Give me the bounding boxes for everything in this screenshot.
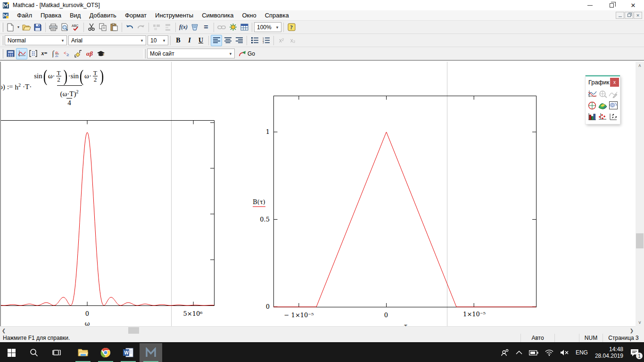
- toolbar-grip[interactable]: [1, 49, 3, 58]
- help-button[interactable]: ?: [286, 22, 297, 33]
- surface-plot-button[interactable]: [597, 100, 608, 110]
- start-button[interactable]: [0, 343, 23, 362]
- menu-insert[interactable]: Добавить: [85, 10, 120, 21]
- insert-unit-button[interactable]: [189, 22, 200, 33]
- vertical-scrollbar[interactable]: ˄ ˅: [636, 62, 644, 326]
- resource-select[interactable]: Мой сайт ▾: [147, 49, 235, 58]
- menu-file[interactable]: Файл: [13, 10, 36, 21]
- cut-button[interactable]: [86, 22, 97, 33]
- volume-tray-button[interactable]: [557, 343, 572, 362]
- menu-window[interactable]: Окно: [238, 10, 260, 21]
- font-size-select[interactable]: 10 ▾: [148, 35, 168, 45]
- menu-symbolics[interactable]: Символика: [198, 10, 238, 21]
- zoom-select[interactable]: 100% ▾: [254, 22, 281, 32]
- vertical-scroll-thumb[interactable]: [636, 233, 644, 248]
- numbered-list-button[interactable]: 123: [260, 35, 272, 46]
- menu-help[interactable]: Справка: [261, 10, 293, 21]
- window-close-button[interactable]: ✕: [622, 0, 644, 10]
- bullet-list-button[interactable]: [249, 35, 260, 46]
- new-button[interactable]: [5, 22, 16, 33]
- redo-button[interactable]: [135, 22, 147, 33]
- paste-button[interactable]: [108, 22, 120, 33]
- open-button[interactable]: [21, 22, 32, 33]
- xy-plot-button[interactable]: [587, 89, 597, 99]
- insert-function-button[interactable]: f(x): [178, 22, 189, 33]
- language-indicator[interactable]: ENG: [572, 343, 591, 362]
- action-center-button[interactable]: 1: [627, 343, 644, 362]
- insert-table-button[interactable]: [239, 22, 250, 33]
- polar-plot-button[interactable]: [587, 100, 597, 110]
- autocorrelation-plot[interactable]: [273, 96, 537, 308]
- window-minimize-button[interactable]: [579, 0, 601, 10]
- subscript-button[interactable]: x₂: [287, 35, 298, 46]
- window-restore-button[interactable]: [601, 0, 622, 10]
- trace-plot-button[interactable]: [608, 89, 619, 99]
- programming-toolbar-button[interactable]: [73, 48, 84, 59]
- doc-minimize-button[interactable]: [616, 12, 624, 19]
- italic-button[interactable]: I: [184, 35, 195, 46]
- palette-close-button[interactable]: x: [610, 78, 619, 87]
- tray-overflow-button[interactable]: [512, 343, 526, 362]
- graph-toolbar-button[interactable]: [16, 48, 27, 59]
- vectorfield-plot-button[interactable]: [608, 112, 619, 122]
- print-preview-button[interactable]: [59, 22, 70, 33]
- zoom-plot-button[interactable]: [597, 89, 608, 99]
- go-button[interactable]: Go: [239, 50, 255, 57]
- undo-button[interactable]: [124, 22, 135, 33]
- align-left-button[interactable]: [211, 35, 222, 46]
- menu-view[interactable]: Вид: [66, 10, 85, 21]
- bar3d-plot-button[interactable]: [587, 112, 597, 122]
- save-button[interactable]: [32, 22, 43, 33]
- scroll-down-arrow[interactable]: ˅: [636, 319, 644, 326]
- menu-edit[interactable]: Правка: [36, 10, 66, 21]
- palette-header[interactable]: График x: [586, 76, 620, 88]
- greek-toolbar-button[interactable]: αβ: [84, 48, 95, 59]
- symbolic-toolbar-button[interactable]: [95, 48, 107, 59]
- insert-component-button[interactable]: [227, 22, 239, 33]
- style-select[interactable]: Normal ▾: [5, 35, 67, 45]
- align-center-button[interactable]: [222, 35, 233, 46]
- align-right-button[interactable]: [233, 35, 245, 46]
- matrix-toolbar-button[interactable]: [27, 48, 39, 59]
- toolbar-grip[interactable]: [143, 49, 146, 58]
- formula-region[interactable]: ω) := h2 ·T· sin( ω· T2 )· sin( ω· T2 ) …: [0, 66, 106, 107]
- battery-tray-button[interactable]: [526, 343, 542, 362]
- horizontal-scrollbar[interactable]: ❮ ❯: [0, 326, 636, 334]
- scroll-up-arrow[interactable]: ˄: [636, 62, 644, 69]
- taskbar-mathcad[interactable]: [140, 343, 162, 362]
- scroll-left-arrow[interactable]: ❮: [0, 327, 8, 334]
- bold-button[interactable]: B: [173, 35, 184, 46]
- spell-check-button[interactable]: ABC: [70, 22, 82, 33]
- doc-restore-button[interactable]: [625, 12, 633, 19]
- menu-format[interactable]: Формат: [121, 10, 151, 21]
- doc-close-button[interactable]: ✕: [634, 12, 642, 19]
- people-tray-button[interactable]: [497, 343, 512, 362]
- evaluation-toolbar-button[interactable]: x=: [39, 48, 50, 59]
- task-view-button[interactable]: [45, 343, 68, 362]
- worksheet[interactable]: ω) := h2 ·T· sin( ω· T2 )· sin( ω· T2 ) …: [0, 62, 636, 326]
- calculate-button[interactable]: =: [200, 22, 212, 33]
- new-dropdown-arrow[interactable]: ▾: [16, 22, 21, 33]
- print-button[interactable]: [48, 22, 59, 33]
- clock[interactable]: 14:48 28.04.2019: [591, 343, 627, 362]
- font-select[interactable]: Arial ▾: [68, 35, 146, 45]
- scatter3d-plot-button[interactable]: [597, 112, 608, 122]
- toolbar-grip[interactable]: [1, 23, 3, 32]
- calculator-toolbar-button[interactable]: [5, 48, 16, 59]
- scroll-right-arrow[interactable]: ❯: [628, 327, 636, 334]
- superscript-button[interactable]: x²: [276, 35, 287, 46]
- spectrum-plot[interactable]: [1, 120, 216, 306]
- graph-palette[interactable]: График x: [586, 75, 620, 124]
- insert-hyperlink-button[interactable]: [216, 22, 227, 33]
- contour-plot-button[interactable]: [608, 100, 619, 110]
- calculus-toolbar-button[interactable]: ∫ dy dx: [50, 48, 61, 59]
- underline-button[interactable]: U: [195, 35, 206, 46]
- copy-button[interactable]: [97, 22, 108, 33]
- menu-tools[interactable]: Инструменты: [151, 10, 198, 21]
- toolbar-grip[interactable]: [1, 36, 3, 45]
- taskbar-word[interactable]: W: [117, 343, 140, 362]
- boolean-toolbar-button[interactable]: < ≥: [61, 48, 73, 59]
- horizontal-scroll-thumb[interactable]: [128, 327, 139, 334]
- separate-regions-button[interactable]: [162, 22, 173, 33]
- align-regions-button[interactable]: [151, 22, 162, 33]
